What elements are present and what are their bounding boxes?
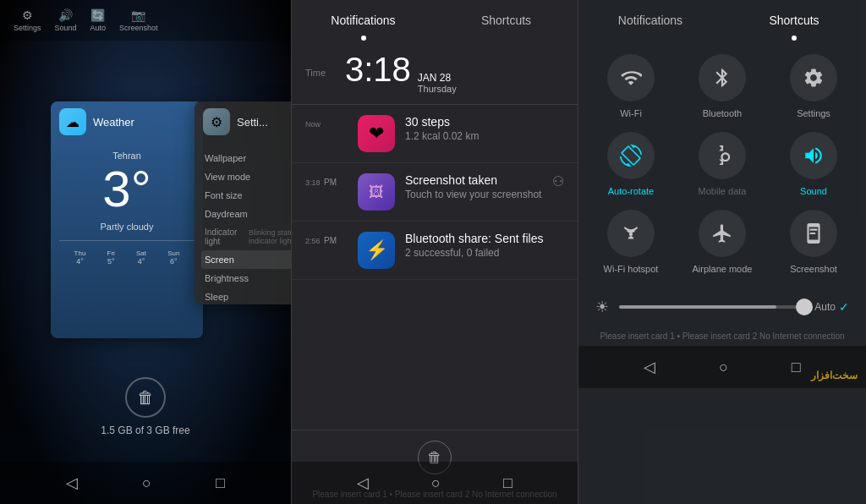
nav-bar-panel2: ◁ ○ □ xyxy=(292,462,578,504)
clock-hours: 3:18 xyxy=(345,51,411,89)
settings-indicator: Indicator lightBlinking status indicator… xyxy=(201,223,291,250)
airplane-label: Airplane mode xyxy=(693,264,753,274)
navigation-bar: ◁ ○ □ xyxy=(0,462,291,504)
fontsize-label: Font size xyxy=(205,190,243,200)
shortcut-sound[interactable]: Sound xyxy=(775,132,852,196)
shortcut-sound[interactable]: 🔊 Sound xyxy=(50,5,82,36)
notification-steps-content: 30 steps 1.2 kcal 0.02 km xyxy=(405,115,564,142)
panel3-tabs: Notifications Shortcuts xyxy=(578,0,866,41)
settings-viewmode: View mode xyxy=(201,167,291,186)
hotspot-icon xyxy=(607,210,655,257)
sound-tile-label: Sound xyxy=(800,186,827,196)
notif-time-256: 2:56 PM xyxy=(305,232,348,247)
settings-daydream: Daydream xyxy=(201,205,291,223)
tab-notifications-p3[interactable]: Notifications xyxy=(578,0,722,41)
autorotate-icon xyxy=(607,132,655,179)
time-label: Time xyxy=(305,68,335,78)
tab-shortcuts[interactable]: Shortcuts xyxy=(435,0,578,41)
forecast-sun-high: 6° xyxy=(167,257,179,266)
shortcut-screenshot[interactable]: 📷 Screenshot xyxy=(114,5,163,36)
tab-notifications[interactable]: Notifications xyxy=(292,0,435,41)
shortcut-screenshot-tile[interactable]: Screenshot xyxy=(775,210,852,274)
mobiledata-label: Mobile data xyxy=(699,186,747,196)
clock-date-day: Thursday xyxy=(418,84,457,94)
clear-recents-button[interactable]: 🗑 xyxy=(125,377,166,418)
brightness-slider[interactable] xyxy=(619,305,804,309)
shortcut-airplane[interactable]: Airplane mode xyxy=(683,210,761,274)
forecast-sat-high: 4° xyxy=(136,257,146,266)
recents-button[interactable]: □ xyxy=(216,474,225,492)
watermark: سخت‌افزار xyxy=(811,370,858,381)
autorotate-label: Auto-rotate xyxy=(608,186,654,196)
weather-app-name: Weather xyxy=(93,116,134,129)
home-button[interactable]: ○ xyxy=(142,474,151,492)
hotspot-label: Wi-Fi hotspot xyxy=(604,264,659,274)
wifi-icon xyxy=(607,54,655,101)
share-action-icon[interactable]: ⚇ xyxy=(552,173,564,189)
screen-label: Screen xyxy=(205,255,234,265)
shortcut-settings[interactable]: ⚙ Settings xyxy=(8,5,47,36)
shortcut-auto[interactable]: 🔄 Auto xyxy=(85,5,112,36)
settings-sleep: Sleep xyxy=(201,288,291,304)
back-button-p2[interactable]: ◁ xyxy=(357,474,369,492)
notification-bluetooth[interactable]: 2:56 PM ⚡ Bluetooth share: Sent files 2 … xyxy=(292,222,578,280)
brightness-auto[interactable]: Auto ✓ xyxy=(814,300,849,314)
forecast-fri-high: 5° xyxy=(107,257,115,266)
recents-button-p3[interactable]: □ xyxy=(792,359,801,376)
home-button-p3[interactable]: ○ xyxy=(719,359,728,376)
tab-shortcuts-label: Shortcuts xyxy=(481,14,531,27)
storage-text: 1.5 GB of 3 GB free xyxy=(0,425,291,436)
notif-bluetooth-detail: 2 successful, 0 failed xyxy=(405,247,564,259)
brightness-icon: ☀ xyxy=(595,298,609,316)
notification-steps[interactable]: Now ❤ 30 steps 1.2 kcal 0.02 km xyxy=(292,105,578,163)
weather-city: Tehran xyxy=(59,151,195,161)
forecast-sat-day: Sat xyxy=(136,249,146,257)
shortcut-screenshot-label: Screenshot xyxy=(119,24,158,32)
wifi-label: Wi-Fi xyxy=(620,108,642,118)
auto-check-icon: ✓ xyxy=(839,300,849,314)
shortcut-settings-label: Settings xyxy=(14,24,41,32)
nav-bar-panel3: ◁ ○ □ سخت‌افزار xyxy=(578,346,866,388)
shortcut-wifi[interactable]: Wi-Fi xyxy=(592,54,670,118)
forecast-thu-day: Thu xyxy=(74,249,86,257)
settings-app-card[interactable]: ⚙ Setti... Wallpaper View mode Font size… xyxy=(195,101,291,304)
panel2-tabs: Notifications Shortcuts xyxy=(292,0,578,41)
weather-description: Partly cloudy xyxy=(59,222,195,232)
notifications-panel: Notifications Shortcuts Time 3:18 JAN 28… xyxy=(291,0,578,504)
tab-shortcuts-p3[interactable]: Shortcuts xyxy=(722,0,866,41)
notif-screenshot-detail: Touch to view your screenshot xyxy=(405,189,542,200)
bluetooth-label: Bluetooth xyxy=(703,108,742,118)
sound-icon: 🔊 xyxy=(58,8,73,22)
forecast-thu-high: 4° xyxy=(74,257,86,266)
notification-bluetooth-content: Bluetooth share: Sent files 2 successful… xyxy=(405,232,564,259)
bluetooth-icon xyxy=(699,54,746,101)
weather-card-header: ☁ Weather xyxy=(51,101,203,142)
health-app-icon: ❤ xyxy=(358,115,395,152)
sound-tile-icon xyxy=(790,132,837,179)
settings-brightness: Brightness xyxy=(201,269,291,288)
notif-steps-detail: 1.2 kcal 0.02 km xyxy=(405,130,564,142)
notif-steps-title: 30 steps xyxy=(405,115,564,129)
forecast-fri: Fri 5° xyxy=(107,249,115,266)
shortcut-sound-label: Sound xyxy=(55,24,77,32)
shortcut-settings-tile[interactable]: Settings xyxy=(775,54,852,118)
notif-screenshot-title: Screenshot taken xyxy=(405,173,542,187)
sim-status-panel3: Please insert card 1 • Please insert car… xyxy=(578,326,866,346)
brightness-thumb xyxy=(796,299,813,315)
storage-info: 🗑 1.5 GB of 3 GB free xyxy=(0,377,291,436)
shortcut-bluetooth[interactable]: Bluetooth xyxy=(683,54,761,118)
tab-notifications-label-p3: Notifications xyxy=(618,14,682,27)
weather-app-card[interactable]: ☁ Weather Tehran 3° Partly cloudy Thu 4°… xyxy=(51,101,203,338)
brightness-control: ☀ Auto ✓ xyxy=(578,288,866,326)
back-button-p3[interactable]: ◁ xyxy=(644,358,655,376)
notification-screenshot[interactable]: 3:18 PM 🖼 Screenshot taken Touch to view… xyxy=(292,163,578,222)
shortcut-autorotate[interactable]: Auto-rotate xyxy=(592,132,670,196)
recents-button-p2[interactable]: □ xyxy=(503,474,512,492)
shortcut-hotspot[interactable]: Wi-Fi hotspot xyxy=(592,210,670,274)
forecast-thu: Thu 4° xyxy=(74,249,86,266)
weather-forecast: Thu 4° Fri 5° Sat 4° Sun 6° xyxy=(59,240,195,274)
home-button-p2[interactable]: ○ xyxy=(431,474,441,492)
shortcut-mobiledata[interactable]: Mobile data xyxy=(683,132,761,196)
back-button[interactable]: ◁ xyxy=(66,474,78,492)
forecast-sat: Sat 4° xyxy=(136,249,146,266)
